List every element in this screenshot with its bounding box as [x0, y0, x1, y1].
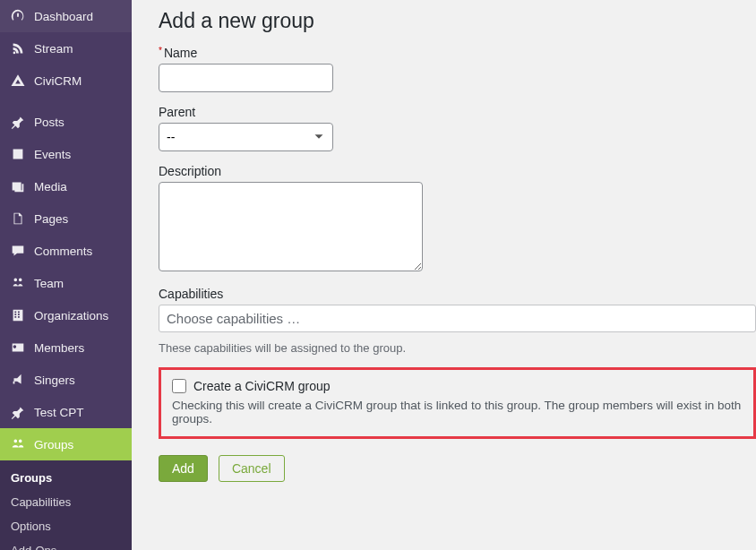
sidebar-item-posts[interactable]: Posts [0, 106, 132, 138]
sidebar-item-label: Stream [34, 42, 73, 56]
name-label: *Name [159, 46, 756, 60]
sidebar-item-label: Events [34, 148, 71, 161]
civicrm-group-description: Checking this will create a CiviCRM grou… [172, 399, 743, 425]
sidebar-item-members[interactable]: Members [0, 331, 132, 364]
sidebar-item-media[interactable]: Media [0, 170, 132, 202]
sidebar-item-label: Pages [34, 212, 68, 226]
comment-icon [9, 242, 27, 260]
sidebar-item-label: Media [34, 180, 67, 193]
sidebar-item-singers[interactable]: Singers [0, 364, 132, 396]
sidebar-item-label: Organizations [34, 309, 108, 322]
parent-select[interactable]: -- [159, 123, 333, 151]
admin-sidebar: Dashboard Stream CiviCRM Posts Events Me… [0, 0, 132, 550]
capabilities-input[interactable]: Choose capabilities … [159, 305, 756, 332]
parent-label: Parent [159, 105, 756, 119]
sidebar-item-organizations[interactable]: Organizations [0, 299, 132, 331]
submenu-item-options[interactable]: Options [0, 514, 132, 538]
required-asterisk-icon: * [159, 46, 162, 56]
team-icon [9, 274, 27, 292]
submenu-item-capabilities[interactable]: Capabilities [0, 490, 132, 514]
capabilities-help: These capabilities will be assigned to t… [159, 341, 756, 355]
sidebar-submenu: Groups Capabilities Options Add-Ons [0, 460, 132, 550]
sidebar-item-pages[interactable]: Pages [0, 202, 132, 235]
sidebar-item-label: CiviCRM [34, 74, 82, 88]
sidebar-item-label: Comments [34, 245, 92, 258]
main-content: Add a new group *Name Parent -- Descript… [132, 0, 756, 550]
civicrm-group-checkbox[interactable] [172, 379, 186, 393]
calendar-icon [9, 145, 27, 163]
sidebar-item-label: Posts [34, 116, 64, 129]
media-icon [9, 177, 27, 195]
sidebar-item-label: Test CPT [34, 406, 84, 419]
sidebar-item-label: Singers [34, 374, 75, 387]
sidebar-item-testcpt[interactable]: Test CPT [0, 396, 132, 428]
sidebar-item-groups[interactable]: Groups [0, 428, 132, 460]
sidebar-item-label: Team [34, 277, 64, 290]
cancel-button[interactable]: Cancel [219, 455, 285, 482]
page-title: Add a new group [159, 9, 756, 33]
triangle-icon [9, 72, 27, 90]
submenu-item-groups[interactable]: Groups [0, 466, 132, 490]
rss-icon [9, 39, 27, 57]
sidebar-item-label: Groups [34, 438, 73, 451]
gauge-icon [9, 7, 27, 25]
megaphone-icon [9, 371, 27, 389]
sidebar-item-label: Members [34, 341, 84, 355]
civicrm-group-checkbox-label: Create a CiviCRM group [193, 379, 331, 393]
submenu-item-addons[interactable]: Add-Ons [0, 538, 132, 550]
capabilities-label: Capabilities [159, 287, 756, 301]
description-label: Description [159, 164, 756, 178]
sidebar-item-team[interactable]: Team [0, 267, 132, 299]
sidebar-item-label: Dashboard [34, 10, 93, 23]
pin-icon [9, 403, 27, 421]
description-textarea[interactable] [159, 182, 423, 271]
name-input[interactable] [159, 64, 333, 92]
pin-icon [9, 113, 27, 131]
building-icon [9, 306, 27, 324]
id-icon [9, 339, 27, 357]
sidebar-item-stream[interactable]: Stream [0, 32, 132, 64]
groups-icon [9, 435, 27, 453]
sidebar-item-comments[interactable]: Comments [0, 235, 132, 267]
sidebar-item-civicrm[interactable]: CiviCRM [0, 64, 132, 97]
civicrm-group-box: Create a CiviCRM group Checking this wil… [159, 367, 756, 439]
sidebar-item-events[interactable]: Events [0, 138, 132, 170]
sidebar-item-dashboard[interactable]: Dashboard [0, 0, 132, 32]
page-icon [9, 210, 27, 228]
add-button[interactable]: Add [159, 455, 208, 482]
